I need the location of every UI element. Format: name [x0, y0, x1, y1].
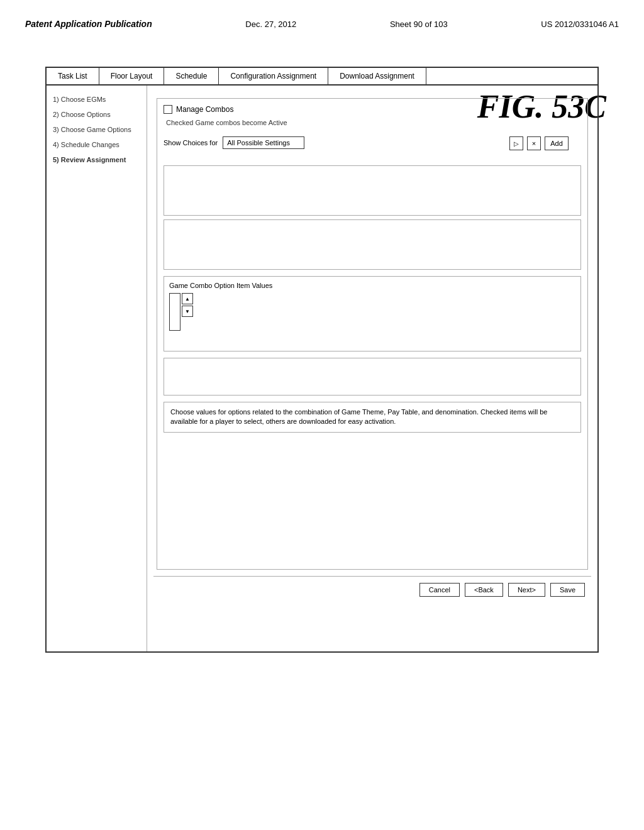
- combo-controls: ▲ ▼: [169, 293, 575, 331]
- main-content-panel: Manage Combos Checked Game combos become…: [147, 86, 597, 651]
- next-button[interactable]: Next>: [508, 583, 545, 597]
- task-list-panel: 1) Choose EGMs 2) Choose Options 3) Choo…: [47, 86, 147, 651]
- combo-btn-up[interactable]: ▲: [182, 293, 193, 304]
- cancel-button[interactable]: Cancel: [419, 583, 460, 597]
- choices-dropdown-value: All Possible Settings: [227, 139, 290, 147]
- tab-configuration-assignment[interactable]: Configuration Assignment: [219, 68, 328, 84]
- inner-panel: Manage Combos Checked Game combos become…: [157, 98, 588, 570]
- bottom-buttons: Cancel <Back Next> Save: [153, 576, 591, 603]
- page: Patent Application Publication Dec. 27, …: [0, 0, 644, 830]
- x-button[interactable]: ×: [527, 136, 541, 150]
- game-combo-title: Game Combo Option Item Values: [169, 282, 575, 289]
- show-choices-dropdown[interactable]: All Possible Settings: [223, 136, 304, 149]
- tab-floor-layout[interactable]: Floor Layout: [99, 68, 165, 84]
- task-item-2[interactable]: 2) Choose Options: [47, 107, 147, 122]
- empty-list-2: [164, 219, 581, 270]
- content-area: 1) Choose EGMs 2) Choose Options 3) Choo…: [47, 86, 597, 651]
- page-header: Patent Application Publication Dec. 27, …: [25, 13, 619, 42]
- date-label: Dec. 27, 2012: [245, 19, 296, 29]
- sheet-label: Sheet 90 of 103: [390, 19, 448, 29]
- checked-combos-label: Checked Game combos become Active: [164, 119, 581, 126]
- combo-btn-down[interactable]: ▼: [182, 306, 193, 317]
- task-item-5[interactable]: 5) Review Assignment: [47, 152, 147, 167]
- tab-schedule[interactable]: Schedule: [164, 68, 219, 84]
- tab-download-assignment[interactable]: Download Assignment: [328, 68, 426, 84]
- main-container: Task List Floor Layout Schedule Configur…: [45, 67, 599, 653]
- tab-task-list[interactable]: Task List: [47, 68, 99, 84]
- game-combo-section: Game Combo Option Item Values ▲ ▼: [164, 276, 581, 351]
- show-choices-label: Show Choices for: [164, 139, 218, 147]
- combo-list-area: [169, 293, 180, 331]
- triangle-button[interactable]: ▷: [509, 136, 523, 150]
- task-item-1[interactable]: 1) Choose EGMs: [47, 92, 147, 107]
- back-button[interactable]: <Back: [465, 583, 503, 597]
- empty-list-3: [164, 358, 581, 396]
- manage-combos-label: Manage Combos: [176, 105, 233, 114]
- publication-label: Patent Application Publication: [25, 19, 152, 29]
- add-button[interactable]: Add: [545, 136, 569, 150]
- info-text-box: Choose values for options related to the…: [164, 402, 581, 433]
- show-choices-row: Show Choices for All Possible Settings: [164, 136, 304, 149]
- info-text: Choose values for options related to the…: [170, 408, 547, 425]
- manage-combos-row: Manage Combos: [164, 105, 581, 114]
- manage-combos-checkbox[interactable]: [164, 105, 172, 114]
- task-item-3[interactable]: 3) Choose Game Options: [47, 122, 147, 137]
- task-item-4[interactable]: 4) Schedule Changes: [47, 137, 147, 152]
- empty-list-1: [164, 165, 581, 216]
- add-label: Add: [550, 140, 563, 147]
- triangle-icon: ▷: [514, 140, 519, 147]
- x-icon: ×: [532, 140, 536, 147]
- save-button[interactable]: Save: [550, 583, 585, 597]
- tabs-row: Task List Floor Layout Schedule Configur…: [47, 68, 597, 86]
- patent-number-label: US 2012/0331046 A1: [541, 19, 619, 29]
- add-x-controls: ▷ × Add: [509, 136, 581, 150]
